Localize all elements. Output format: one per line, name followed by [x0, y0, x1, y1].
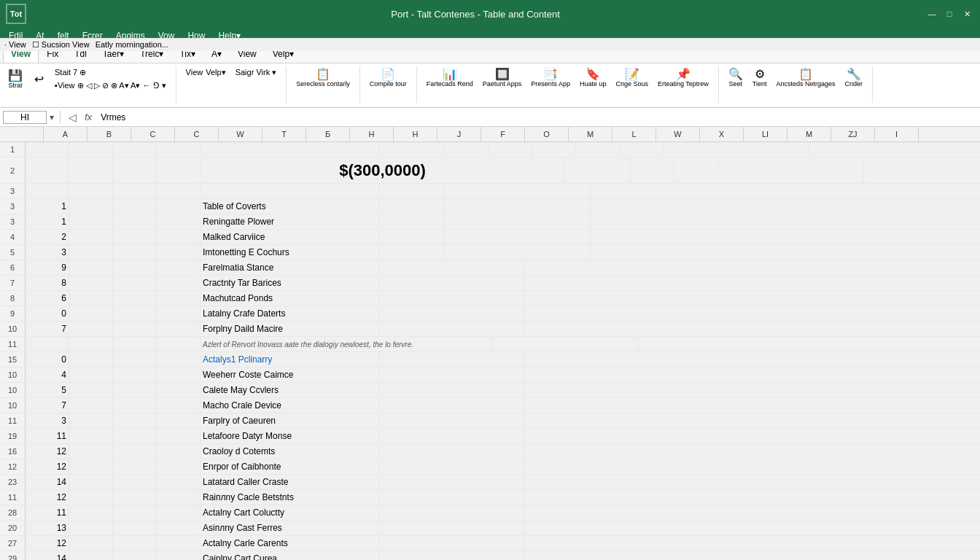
- col-header-zj[interactable]: ZJ: [831, 127, 875, 141]
- cell-c11c[interactable]: [113, 490, 157, 505]
- cell-a5[interactable]: 3: [26, 245, 69, 260]
- cell-b3[interactable]: [69, 184, 113, 198]
- cell-e15[interactable]: Actalys1 Pclinarry: [201, 352, 379, 367]
- cell-a29[interactable]: 14: [26, 551, 69, 560]
- cell-rest2[interactable]: [718, 158, 864, 183]
- cell-f4[interactable]: [379, 230, 445, 244]
- formula-expand-icon[interactable]: ▾: [50, 112, 54, 122]
- cell-e16[interactable]: Craoloy d Cotemts: [201, 444, 379, 459]
- cell-rest11[interactable]: [492, 337, 638, 351]
- cell-e23[interactable]: Latatard Caller Craste: [201, 475, 379, 489]
- cell-rest10a[interactable]: [379, 368, 525, 382]
- cell-b20[interactable]: [69, 521, 113, 535]
- cell-b4[interactable]: [69, 230, 113, 244]
- cell-c27[interactable]: [113, 536, 157, 551]
- cell-a3b[interactable]: 1: [26, 199, 69, 214]
- cell-e7[interactable]: Cractnty Tar Barices: [201, 276, 379, 290]
- cell-d19[interactable]: [157, 429, 201, 443]
- ribbon-view-velp[interactable]: View Velp▾: [182, 66, 230, 79]
- col-header-b[interactable]: B: [88, 127, 131, 141]
- cell-rest3[interactable]: [445, 184, 591, 198]
- ribbon-saigr[interactable]: Saigr Virk ▾: [232, 66, 281, 79]
- cell-d23[interactable]: [157, 475, 201, 489]
- cell-c19[interactable]: [113, 429, 157, 443]
- sub-sucsion[interactable]: ☐ Sucsion View: [32, 40, 90, 50]
- cell-e10[interactable]: Forplny Daild Macire: [201, 322, 379, 336]
- ribbon-btn-fartecads[interactable]: 📊 Fartecads Rend: [423, 66, 477, 90]
- cell-c10b[interactable]: [113, 383, 157, 397]
- cell-c10c[interactable]: [113, 398, 157, 413]
- cell-rest9[interactable]: [379, 306, 525, 321]
- cell-c11b[interactable]: [113, 413, 157, 428]
- cell-e9[interactable]: Latalny Crafe Daterts: [201, 306, 379, 321]
- cell-c6[interactable]: [113, 260, 157, 275]
- cell-e11-italic[interactable]: Azlert of Rervort Inovass aate rhe dialo…: [201, 337, 492, 351]
- cell-a10b[interactable]: 5: [26, 383, 69, 397]
- col-header-c1[interactable]: C: [131, 127, 175, 141]
- cell-e3b[interactable]: Table of Coverts: [201, 199, 379, 214]
- cell-b2[interactable]: [69, 158, 113, 183]
- name-box[interactable]: HI: [3, 111, 47, 124]
- cell-rest6[interactable]: [379, 260, 525, 275]
- cell-a3c[interactable]: 1: [26, 214, 69, 229]
- cell-b7[interactable]: [69, 276, 113, 290]
- cell-b12[interactable]: [69, 459, 113, 474]
- col-header-m[interactable]: M: [569, 127, 612, 141]
- cell-e27[interactable]: Actalny Carle Carents: [201, 536, 379, 551]
- cell-d1[interactable]: [157, 142, 201, 157]
- cell-b5[interactable]: [69, 245, 113, 260]
- cell-c11[interactable]: [113, 337, 157, 351]
- cell-a23[interactable]: 14: [26, 475, 69, 489]
- col-header-x[interactable]: X: [700, 127, 744, 141]
- cell-rest27[interactable]: [379, 536, 525, 551]
- cell-a11b[interactable]: 3: [26, 413, 69, 428]
- cell-d3c[interactable]: [157, 214, 201, 229]
- cell-f3c[interactable]: [379, 214, 445, 229]
- ribbon-btn-compile[interactable]: 📄 Compile tour: [366, 66, 411, 90]
- cell-e3[interactable]: [201, 184, 379, 198]
- cell-c16[interactable]: [113, 444, 157, 459]
- cell-b10c[interactable]: [69, 398, 113, 413]
- cell-rest8[interactable]: [379, 291, 525, 306]
- col-header-o[interactable]: O: [525, 127, 569, 141]
- cell-a10a[interactable]: 4: [26, 368, 69, 382]
- col-header-w[interactable]: W: [219, 127, 262, 141]
- cell-d28[interactable]: [157, 505, 201, 520]
- cell-b16[interactable]: [69, 444, 113, 459]
- cell-f2[interactable]: [565, 158, 631, 183]
- cell-b11b[interactable]: [69, 413, 113, 428]
- cell-f5[interactable]: [379, 245, 445, 260]
- cell-rest3c[interactable]: [445, 214, 591, 229]
- cell-rest19[interactable]: [379, 429, 525, 443]
- cell-a15[interactable]: 0: [26, 352, 69, 367]
- cell-c29[interactable]: [113, 551, 157, 560]
- cell-e11b[interactable]: Farplry of Caeuren: [201, 413, 379, 428]
- cell-a20[interactable]: 13: [26, 521, 69, 535]
- col-header-m2[interactable]: M: [788, 127, 831, 141]
- cell-d20[interactable]: [157, 521, 201, 535]
- cell-g1[interactable]: [445, 142, 489, 157]
- cell-c23[interactable]: [113, 475, 157, 489]
- cell-i1[interactable]: [532, 142, 576, 157]
- cell-a4[interactable]: 2: [26, 230, 69, 244]
- ribbon-btn-huate[interactable]: 🔖 Huate up: [576, 66, 610, 90]
- cell-c1[interactable]: [113, 142, 157, 157]
- col-header-li[interactable]: LI: [744, 127, 788, 141]
- cell-f3[interactable]: [379, 184, 445, 198]
- cell-c15[interactable]: [113, 352, 157, 367]
- cell-rest11b[interactable]: [379, 413, 525, 428]
- col-header-a[interactable]: A: [44, 127, 88, 141]
- cell-e10a[interactable]: Weeherr Coste Caimce: [201, 368, 379, 382]
- cell-c2[interactable]: [113, 158, 157, 183]
- cell-d27[interactable]: [157, 536, 201, 551]
- cell-c5[interactable]: [113, 245, 157, 260]
- cell-b3c[interactable]: [69, 214, 113, 229]
- cell-a19[interactable]: 11: [26, 429, 69, 443]
- cell-a16[interactable]: 12: [26, 444, 69, 459]
- cell-rest12[interactable]: [379, 459, 525, 474]
- ribbon-btn-undo[interactable]: ↩: [28, 71, 49, 88]
- cell-rest10c[interactable]: [379, 398, 525, 413]
- close-button[interactable]: ✕: [960, 7, 974, 21]
- cell-a1[interactable]: [26, 142, 69, 157]
- cell-d9[interactable]: [157, 306, 201, 321]
